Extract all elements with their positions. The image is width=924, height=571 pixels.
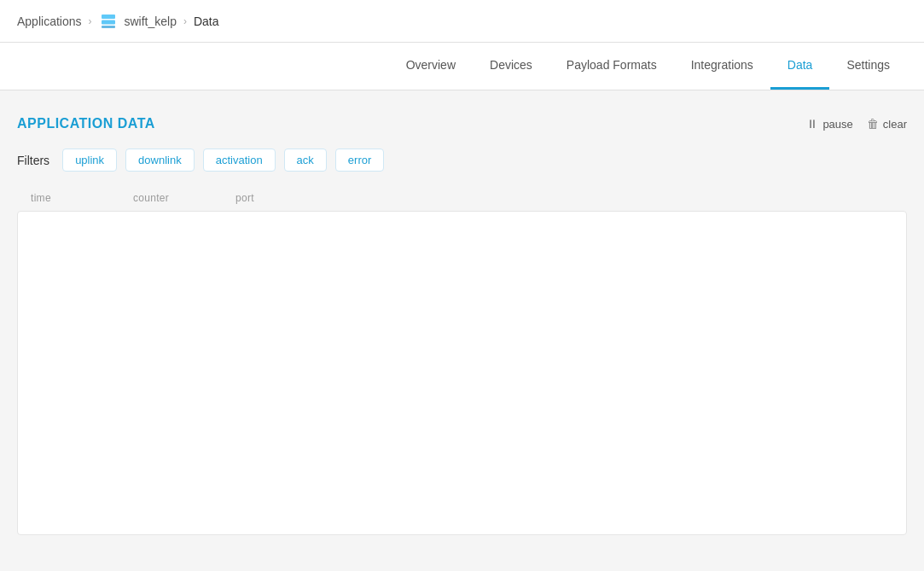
header-actions: ⏸ pause 🗑 clear xyxy=(806,117,907,131)
tab-settings[interactable]: Settings xyxy=(829,43,907,90)
tab-overview[interactable]: Overview xyxy=(389,43,473,90)
tab-payload-formats[interactable]: Payload Formats xyxy=(549,43,674,90)
svg-rect-2 xyxy=(102,26,115,28)
filter-ack[interactable]: ack xyxy=(284,149,327,172)
trash-icon: 🗑 xyxy=(867,117,879,131)
filter-error[interactable]: error xyxy=(335,149,384,172)
svg-rect-1 xyxy=(102,20,115,24)
main-content: APPLICATION DATA ⏸ pause 🗑 clear Filters… xyxy=(0,90,924,561)
pause-label: pause xyxy=(822,118,852,131)
tab-devices[interactable]: Devices xyxy=(473,43,549,90)
clear-button[interactable]: 🗑 clear xyxy=(867,117,907,131)
col-header-counter: counter xyxy=(133,192,201,204)
app-logo-icon xyxy=(99,12,118,31)
filter-downlink[interactable]: downlink xyxy=(125,149,195,172)
breadcrumb-applications[interactable]: Applications xyxy=(17,15,82,28)
table-header: time counter port xyxy=(17,185,907,211)
filter-uplink[interactable]: uplink xyxy=(62,149,117,172)
col-header-time: time xyxy=(31,192,99,204)
pause-icon: ⏸ xyxy=(806,117,818,131)
tab-navigation: Overview Devices Payload Formats Integra… xyxy=(0,43,924,90)
clear-label: clear xyxy=(883,118,907,131)
breadcrumb-bar: Applications › swift_kelp › Data xyxy=(0,0,924,43)
breadcrumb-app-name[interactable]: swift_kelp xyxy=(125,15,177,28)
svg-rect-0 xyxy=(102,15,115,19)
section-header: APPLICATION DATA ⏸ pause 🗑 clear xyxy=(17,116,907,131)
breadcrumb-sep-2: › xyxy=(183,15,187,27)
filter-activation[interactable]: activation xyxy=(203,149,276,172)
tab-data[interactable]: Data xyxy=(770,43,830,90)
data-table-body xyxy=(17,211,907,535)
breadcrumb-sep-1: › xyxy=(89,15,92,27)
breadcrumb-data: Data xyxy=(194,15,219,28)
filters-row: Filters uplink downlink activation ack e… xyxy=(17,149,907,172)
col-header-port: port xyxy=(235,192,287,204)
filters-label: Filters xyxy=(17,154,49,167)
tab-integrations[interactable]: Integrations xyxy=(674,43,770,90)
pause-button[interactable]: ⏸ pause xyxy=(806,117,852,131)
section-title: APPLICATION DATA xyxy=(17,116,155,131)
